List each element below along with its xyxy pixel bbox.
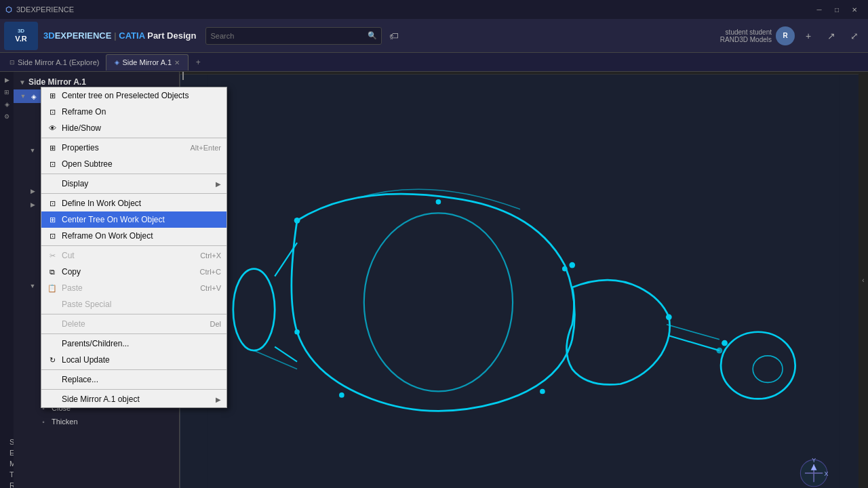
user-avatar[interactable]: R xyxy=(776,26,795,45)
tree-expander-points[interactable] xyxy=(28,214,37,222)
tab-bar: ⊡ Side Mirror A.1 (Explore) ◈ Side Mirro… xyxy=(0,53,868,72)
ctx-label-reframe_on: Reframe On xyxy=(62,107,106,117)
tree-expander-axis[interactable]: ▼ xyxy=(28,146,37,155)
ctx-label-parents_children: Parents/Children... xyxy=(62,339,129,348)
user-name: student student xyxy=(720,28,772,36)
ctx-icon-reframe_on: ⊡ xyxy=(47,106,58,117)
tree-expander-xy[interactable] xyxy=(28,106,37,114)
close-button[interactable]: ✕ xyxy=(846,3,863,16)
svg-text:Y: Y xyxy=(812,457,816,464)
ctx-item-paste[interactable]: 📋PasteCtrl+V xyxy=(41,280,226,296)
tree-expander-surfsolid[interactable] xyxy=(28,377,37,385)
tree-expander-measures[interactable] xyxy=(28,390,37,399)
3d-model-view: Y X xyxy=(180,72,868,488)
mini-expand-icon[interactable]: ▶ xyxy=(1,75,12,85)
tree-expander-msssurf[interactable] xyxy=(28,363,37,371)
ctx-label-center_work: Center Tree On Work Object xyxy=(62,215,165,224)
tree-expander-close[interactable] xyxy=(28,404,37,412)
ctx-arrow-side_mirror: ▶ xyxy=(216,396,221,403)
ctx-item-replace[interactable]: Replace... xyxy=(41,371,226,388)
ctx-item-open_subtree[interactable]: ⊡Open Subtree xyxy=(41,156,226,172)
title-3d: 3D xyxy=(43,30,55,41)
tree-expander-profiler[interactable] xyxy=(28,255,37,263)
ctx-item-copy[interactable]: ⧉CopyCtrl+C xyxy=(41,264,226,280)
tree-collapse-icon[interactable]: ▼ xyxy=(19,79,26,86)
ctx-label-paste_special: Paste Special xyxy=(62,300,111,309)
tree-expander-partbody[interactable]: ▶ xyxy=(28,201,37,209)
ctx-label-open_subtree: Open Subtree xyxy=(62,159,113,169)
mini-3d-icon[interactable]: ◈ xyxy=(1,99,12,110)
mini-gear-icon[interactable]: ⚙ xyxy=(1,111,12,122)
ctx-icon-paste: 📋 xyxy=(47,283,58,293)
svg-point-9 xyxy=(294,218,300,224)
ctx-icon-open_subtree: ⊡ xyxy=(47,159,58,169)
tree-expander-limitsu[interactable] xyxy=(28,241,37,249)
title-catia: CATIA xyxy=(119,30,144,41)
add-button[interactable]: + xyxy=(799,26,818,45)
ctx-item-delete[interactable]: DeleteDel xyxy=(41,316,226,332)
tab-add-button[interactable]: + xyxy=(191,56,205,69)
tree-expander-root[interactable]: ▼ xyxy=(19,92,27,100)
ctx-item-paste_special[interactable]: Paste Special xyxy=(41,296,226,312)
ctx-item-define_work[interactable]: ⊡Define In Work Object xyxy=(41,195,226,211)
ctx-icon-delete xyxy=(47,319,58,329)
tab-explore[interactable]: ⊡ Side Mirror A.1 (Explore) xyxy=(3,54,106,70)
ctx-separator xyxy=(41,389,226,390)
ctx-item-hide_show[interactable]: 👁Hide/Show xyxy=(41,120,226,136)
mini-tree-icon[interactable]: ⊞ xyxy=(1,87,12,98)
ctx-item-local_update[interactable]: ↻Local Update xyxy=(41,352,226,368)
tree-expander-partc[interactable] xyxy=(28,174,37,182)
search-icon[interactable]: 🔍 xyxy=(368,31,377,40)
tree-label-thicken: Thicken xyxy=(52,418,78,426)
ctx-item-properties[interactable]: ⊞PropertiesAlt+Enter xyxy=(41,140,226,156)
app-title-text: 3DEXPERIENCE xyxy=(16,5,811,14)
share-button[interactable]: ↗ xyxy=(822,26,841,45)
ctx-item-reframe_work[interactable]: ⊡Reframe On Work Object xyxy=(41,228,226,244)
ctx-item-cut[interactable]: ✂CutCtrl+X xyxy=(41,247,226,264)
ctx-item-reframe_on[interactable]: ⊡Reframe On xyxy=(41,104,226,120)
tree-icon-thicken: ◦ xyxy=(38,416,49,427)
bookmark-icon[interactable]: 🏷 xyxy=(384,26,403,45)
tree-item-thicken[interactable]: ◦Thicken xyxy=(14,415,179,428)
title-part-design: Part Design xyxy=(147,30,196,41)
viewport[interactable]: Y X ‹ xyxy=(180,72,868,488)
ctx-separator xyxy=(41,193,226,194)
maximize-button[interactable]: □ xyxy=(829,3,845,16)
tree-expander-yz[interactable] xyxy=(28,119,37,127)
tree-expander-msspro[interactable]: ▼ xyxy=(28,282,37,290)
ctx-icon-replace xyxy=(47,374,58,385)
tree-expander-thicken[interactable] xyxy=(28,418,37,426)
brand-vr: V.R xyxy=(15,35,26,43)
expand-button[interactable]: ⤢ xyxy=(845,26,864,45)
tab-active[interactable]: ◈ Side Mirror A.1 ✕ xyxy=(106,54,189,70)
ctx-shortcut-cut: Ctrl+X xyxy=(200,251,221,260)
search-bar: 🔍 xyxy=(205,27,382,45)
ctx-icon-local_update: ↻ xyxy=(47,354,58,365)
minimize-button[interactable]: ─ xyxy=(811,3,827,16)
context-menu-items: ⊞Center tree on Preselected Objects⊡Refr… xyxy=(41,87,226,407)
tree-expander-zx[interactable] xyxy=(28,133,37,141)
cursor-indicator xyxy=(182,72,184,80)
ctx-item-parents_children[interactable]: Parents/Children... xyxy=(41,336,226,352)
ctx-item-side_mirror[interactable]: Side Mirror A.1 object▶ xyxy=(41,391,226,407)
main-area: ▶ ⊞ ◈ ⚙ ▼ Side Mirror A.1 ▼◈Side Mirror … xyxy=(0,72,868,488)
brand-logo[interactable]: 3D V.R xyxy=(4,22,38,50)
ctx-icon-center_preselected: ⊞ xyxy=(47,90,58,101)
svg-text:X: X xyxy=(824,470,828,477)
ctx-label-side_mirror: Side Mirror A.1 object xyxy=(62,394,140,404)
ctx-item-display[interactable]: Display▶ xyxy=(41,176,226,192)
ctx-icon-copy: ⧉ xyxy=(47,266,58,277)
svg-point-11 xyxy=(666,314,672,320)
main-toolbar: 3D V.R 3DEXPERIENCE | CATIA Part Design … xyxy=(0,19,868,53)
tree-expander-msspla[interactable] xyxy=(28,268,37,277)
search-input[interactable] xyxy=(210,32,368,40)
tree-expander-relat[interactable]: ▶ xyxy=(28,187,37,195)
ctx-item-center_preselected[interactable]: ⊞Center tree on Preselected Objects xyxy=(41,87,226,104)
viewport-right-collapse[interactable]: ‹ xyxy=(859,72,868,488)
ctx-item-center_work[interactable]: ⊞Center Tree On Work Object xyxy=(41,211,226,228)
viewport-cursor-bar xyxy=(180,72,859,75)
tab-close-icon[interactable]: ✕ xyxy=(174,59,180,66)
tab-active-icon: ◈ xyxy=(115,59,119,66)
tree-expander-window[interactable] xyxy=(28,228,37,236)
ctx-icon-cut: ✂ xyxy=(47,250,58,261)
